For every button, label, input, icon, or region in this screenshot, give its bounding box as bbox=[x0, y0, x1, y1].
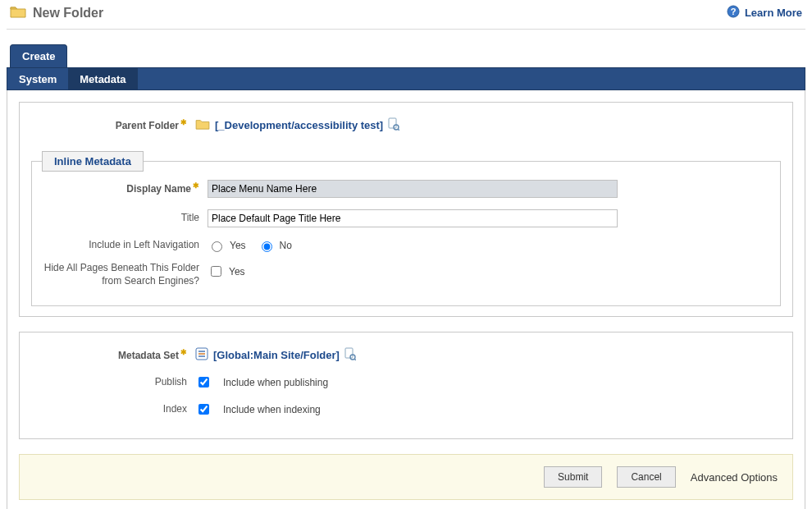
learn-more-link[interactable]: ? Learn More bbox=[727, 5, 802, 21]
hide-search-label: Hide All Pages Beneath This Folder from … bbox=[43, 262, 208, 287]
metadata-set-icon bbox=[195, 347, 208, 363]
svg-rect-9 bbox=[345, 348, 353, 358]
include-nav-no-label: No bbox=[280, 240, 292, 251]
help-icon: ? bbox=[727, 5, 740, 21]
content-panel: Parent Folder✱ [_Development/accessibili… bbox=[7, 90, 805, 509]
tab-metadata[interactable]: Metadata bbox=[68, 68, 137, 89]
svg-text:?: ? bbox=[731, 7, 737, 16]
index-checkbox[interactable] bbox=[198, 404, 209, 415]
svg-rect-2 bbox=[389, 118, 396, 128]
cancel-button[interactable]: Cancel bbox=[617, 466, 675, 488]
svg-line-4 bbox=[398, 129, 399, 131]
required-icon: ✱ bbox=[180, 118, 187, 126]
browse-icon[interactable] bbox=[344, 347, 356, 363]
tab-create[interactable]: Create bbox=[10, 44, 67, 67]
tab-system[interactable]: System bbox=[7, 68, 68, 89]
advanced-options-link[interactable]: Advanced Options bbox=[691, 471, 778, 484]
learn-more-label: Learn More bbox=[745, 7, 802, 19]
index-text: Include when indexing bbox=[223, 404, 321, 415]
page-header: New Folder ? Learn More bbox=[7, 0, 805, 30]
hide-search-yes-label: Yes bbox=[229, 266, 245, 277]
browse-icon[interactable] bbox=[388, 117, 399, 133]
display-name-label: Display Name✱ bbox=[43, 181, 208, 196]
metadata-main-panel: Parent Folder✱ [_Development/accessibili… bbox=[19, 102, 793, 317]
hide-search-checkbox[interactable] bbox=[211, 266, 221, 277]
include-nav-yes-label: Yes bbox=[230, 240, 246, 251]
page-title: New Folder bbox=[33, 6, 103, 21]
publish-label: Publish bbox=[31, 376, 195, 389]
sub-tab-bar: System Metadata bbox=[7, 67, 805, 90]
folder-icon bbox=[10, 5, 26, 21]
action-bar: Submit Cancel Advanced Options bbox=[19, 454, 793, 500]
required-icon: ✱ bbox=[180, 348, 187, 356]
display-name-input[interactable] bbox=[208, 180, 618, 198]
svg-line-11 bbox=[354, 359, 356, 360]
folder-icon bbox=[195, 118, 210, 132]
publish-checkbox[interactable] bbox=[198, 377, 209, 387]
required-icon: ✱ bbox=[193, 181, 199, 190]
title-label: Title bbox=[43, 212, 208, 225]
inline-metadata-fieldset: Inline Metadata Display Name✱ Title Incl… bbox=[31, 161, 781, 306]
include-nav-label: Include in Left Navigation bbox=[43, 239, 208, 252]
title-input[interactable] bbox=[208, 209, 618, 227]
index-label: Index bbox=[31, 403, 195, 416]
parent-folder-value[interactable]: [_Development/accessibility test] bbox=[215, 119, 383, 131]
include-nav-yes-radio[interactable] bbox=[212, 241, 222, 252]
publish-text: Include when publishing bbox=[223, 377, 328, 388]
metadata-set-value[interactable]: [Global:Main Site/Folder] bbox=[213, 349, 340, 361]
include-nav-no-radio[interactable] bbox=[262, 241, 272, 252]
metadata-set-panel: Metadata Set✱ [Global:Main Site/Folder] … bbox=[19, 332, 793, 439]
inline-metadata-legend: Inline Metadata bbox=[42, 151, 144, 172]
submit-button[interactable]: Submit bbox=[544, 466, 602, 488]
parent-folder-label: Parent Folder✱ bbox=[31, 118, 195, 133]
primary-tab-row: Create bbox=[7, 44, 805, 67]
metadata-set-label: Metadata Set✱ bbox=[31, 348, 195, 363]
